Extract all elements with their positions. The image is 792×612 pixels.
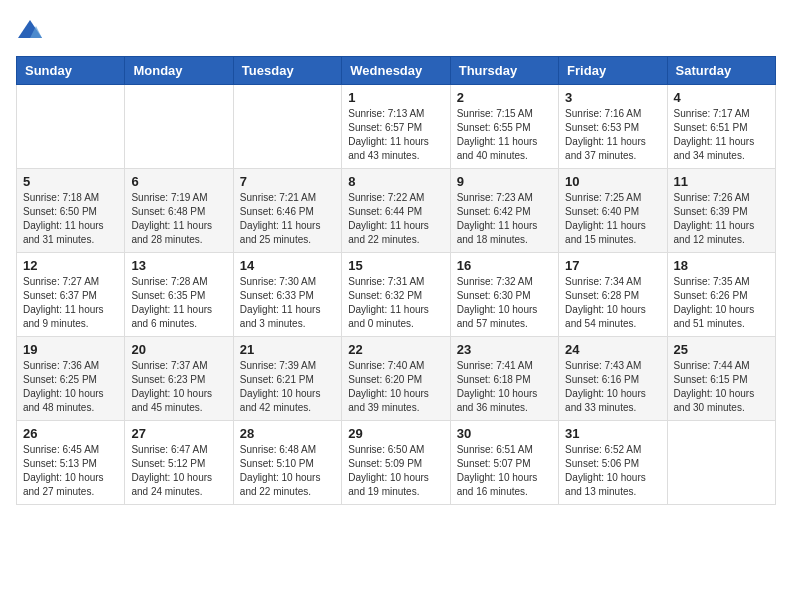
- day-number: 16: [457, 258, 552, 273]
- calendar-cell: 15Sunrise: 7:31 AM Sunset: 6:32 PM Dayli…: [342, 253, 450, 337]
- day-number: 21: [240, 342, 335, 357]
- calendar-cell: 17Sunrise: 7:34 AM Sunset: 6:28 PM Dayli…: [559, 253, 667, 337]
- day-info: Sunrise: 7:27 AM Sunset: 6:37 PM Dayligh…: [23, 275, 118, 331]
- day-info: Sunrise: 7:18 AM Sunset: 6:50 PM Dayligh…: [23, 191, 118, 247]
- day-info: Sunrise: 7:23 AM Sunset: 6:42 PM Dayligh…: [457, 191, 552, 247]
- calendar-table: SundayMondayTuesdayWednesdayThursdayFrid…: [16, 56, 776, 505]
- day-number: 29: [348, 426, 443, 441]
- calendar-cell: [125, 85, 233, 169]
- day-number: 25: [674, 342, 769, 357]
- calendar-cell: 29Sunrise: 6:50 AM Sunset: 5:09 PM Dayli…: [342, 421, 450, 505]
- calendar-header-row: SundayMondayTuesdayWednesdayThursdayFrid…: [17, 57, 776, 85]
- calendar-cell: [17, 85, 125, 169]
- day-info: Sunrise: 7:13 AM Sunset: 6:57 PM Dayligh…: [348, 107, 443, 163]
- logo-icon: [16, 16, 44, 44]
- day-number: 7: [240, 174, 335, 189]
- calendar-week-row: 12Sunrise: 7:27 AM Sunset: 6:37 PM Dayli…: [17, 253, 776, 337]
- day-number: 14: [240, 258, 335, 273]
- day-info: Sunrise: 7:19 AM Sunset: 6:48 PM Dayligh…: [131, 191, 226, 247]
- day-of-week-header: Saturday: [667, 57, 775, 85]
- calendar-week-row: 1Sunrise: 7:13 AM Sunset: 6:57 PM Daylig…: [17, 85, 776, 169]
- day-info: Sunrise: 7:40 AM Sunset: 6:20 PM Dayligh…: [348, 359, 443, 415]
- day-of-week-header: Wednesday: [342, 57, 450, 85]
- day-number: 9: [457, 174, 552, 189]
- day-of-week-header: Friday: [559, 57, 667, 85]
- page-header: [16, 16, 776, 44]
- calendar-cell: 7Sunrise: 7:21 AM Sunset: 6:46 PM Daylig…: [233, 169, 341, 253]
- calendar-cell: 14Sunrise: 7:30 AM Sunset: 6:33 PM Dayli…: [233, 253, 341, 337]
- day-info: Sunrise: 7:28 AM Sunset: 6:35 PM Dayligh…: [131, 275, 226, 331]
- calendar-cell: 20Sunrise: 7:37 AM Sunset: 6:23 PM Dayli…: [125, 337, 233, 421]
- calendar-cell: 4Sunrise: 7:17 AM Sunset: 6:51 PM Daylig…: [667, 85, 775, 169]
- calendar-cell: 24Sunrise: 7:43 AM Sunset: 6:16 PM Dayli…: [559, 337, 667, 421]
- calendar-cell: 19Sunrise: 7:36 AM Sunset: 6:25 PM Dayli…: [17, 337, 125, 421]
- calendar-cell: 6Sunrise: 7:19 AM Sunset: 6:48 PM Daylig…: [125, 169, 233, 253]
- calendar-cell: 31Sunrise: 6:52 AM Sunset: 5:06 PM Dayli…: [559, 421, 667, 505]
- day-info: Sunrise: 7:36 AM Sunset: 6:25 PM Dayligh…: [23, 359, 118, 415]
- calendar-cell: 11Sunrise: 7:26 AM Sunset: 6:39 PM Dayli…: [667, 169, 775, 253]
- day-of-week-header: Thursday: [450, 57, 558, 85]
- calendar-week-row: 26Sunrise: 6:45 AM Sunset: 5:13 PM Dayli…: [17, 421, 776, 505]
- day-info: Sunrise: 7:34 AM Sunset: 6:28 PM Dayligh…: [565, 275, 660, 331]
- day-number: 28: [240, 426, 335, 441]
- day-info: Sunrise: 6:45 AM Sunset: 5:13 PM Dayligh…: [23, 443, 118, 499]
- logo: [16, 16, 48, 44]
- day-number: 27: [131, 426, 226, 441]
- day-number: 4: [674, 90, 769, 105]
- day-number: 19: [23, 342, 118, 357]
- day-info: Sunrise: 7:37 AM Sunset: 6:23 PM Dayligh…: [131, 359, 226, 415]
- calendar-cell: 16Sunrise: 7:32 AM Sunset: 6:30 PM Dayli…: [450, 253, 558, 337]
- day-of-week-header: Monday: [125, 57, 233, 85]
- calendar-cell: 10Sunrise: 7:25 AM Sunset: 6:40 PM Dayli…: [559, 169, 667, 253]
- day-info: Sunrise: 7:30 AM Sunset: 6:33 PM Dayligh…: [240, 275, 335, 331]
- day-info: Sunrise: 7:22 AM Sunset: 6:44 PM Dayligh…: [348, 191, 443, 247]
- day-number: 17: [565, 258, 660, 273]
- day-number: 3: [565, 90, 660, 105]
- day-number: 18: [674, 258, 769, 273]
- day-info: Sunrise: 6:52 AM Sunset: 5:06 PM Dayligh…: [565, 443, 660, 499]
- calendar-cell: 8Sunrise: 7:22 AM Sunset: 6:44 PM Daylig…: [342, 169, 450, 253]
- calendar-week-row: 19Sunrise: 7:36 AM Sunset: 6:25 PM Dayli…: [17, 337, 776, 421]
- day-number: 8: [348, 174, 443, 189]
- calendar-cell: 21Sunrise: 7:39 AM Sunset: 6:21 PM Dayli…: [233, 337, 341, 421]
- day-number: 5: [23, 174, 118, 189]
- calendar-cell: 26Sunrise: 6:45 AM Sunset: 5:13 PM Dayli…: [17, 421, 125, 505]
- calendar-cell: 30Sunrise: 6:51 AM Sunset: 5:07 PM Dayli…: [450, 421, 558, 505]
- day-info: Sunrise: 7:39 AM Sunset: 6:21 PM Dayligh…: [240, 359, 335, 415]
- calendar-cell: 18Sunrise: 7:35 AM Sunset: 6:26 PM Dayli…: [667, 253, 775, 337]
- day-number: 15: [348, 258, 443, 273]
- day-info: Sunrise: 7:31 AM Sunset: 6:32 PM Dayligh…: [348, 275, 443, 331]
- day-info: Sunrise: 7:43 AM Sunset: 6:16 PM Dayligh…: [565, 359, 660, 415]
- day-number: 6: [131, 174, 226, 189]
- calendar-cell: 9Sunrise: 7:23 AM Sunset: 6:42 PM Daylig…: [450, 169, 558, 253]
- day-number: 31: [565, 426, 660, 441]
- calendar-cell: 25Sunrise: 7:44 AM Sunset: 6:15 PM Dayli…: [667, 337, 775, 421]
- day-info: Sunrise: 7:21 AM Sunset: 6:46 PM Dayligh…: [240, 191, 335, 247]
- day-info: Sunrise: 7:44 AM Sunset: 6:15 PM Dayligh…: [674, 359, 769, 415]
- day-number: 26: [23, 426, 118, 441]
- calendar-cell: 28Sunrise: 6:48 AM Sunset: 5:10 PM Dayli…: [233, 421, 341, 505]
- day-info: Sunrise: 7:41 AM Sunset: 6:18 PM Dayligh…: [457, 359, 552, 415]
- calendar-cell: 22Sunrise: 7:40 AM Sunset: 6:20 PM Dayli…: [342, 337, 450, 421]
- calendar-cell: 2Sunrise: 7:15 AM Sunset: 6:55 PM Daylig…: [450, 85, 558, 169]
- calendar-cell: 27Sunrise: 6:47 AM Sunset: 5:12 PM Dayli…: [125, 421, 233, 505]
- day-number: 22: [348, 342, 443, 357]
- day-info: Sunrise: 6:48 AM Sunset: 5:10 PM Dayligh…: [240, 443, 335, 499]
- day-of-week-header: Sunday: [17, 57, 125, 85]
- day-number: 23: [457, 342, 552, 357]
- day-info: Sunrise: 7:25 AM Sunset: 6:40 PM Dayligh…: [565, 191, 660, 247]
- day-number: 30: [457, 426, 552, 441]
- calendar-cell: 23Sunrise: 7:41 AM Sunset: 6:18 PM Dayli…: [450, 337, 558, 421]
- calendar-cell: 3Sunrise: 7:16 AM Sunset: 6:53 PM Daylig…: [559, 85, 667, 169]
- calendar-week-row: 5Sunrise: 7:18 AM Sunset: 6:50 PM Daylig…: [17, 169, 776, 253]
- day-number: 10: [565, 174, 660, 189]
- calendar-cell: 12Sunrise: 7:27 AM Sunset: 6:37 PM Dayli…: [17, 253, 125, 337]
- day-info: Sunrise: 7:15 AM Sunset: 6:55 PM Dayligh…: [457, 107, 552, 163]
- day-number: 20: [131, 342, 226, 357]
- day-number: 11: [674, 174, 769, 189]
- day-number: 13: [131, 258, 226, 273]
- day-info: Sunrise: 6:47 AM Sunset: 5:12 PM Dayligh…: [131, 443, 226, 499]
- day-info: Sunrise: 7:35 AM Sunset: 6:26 PM Dayligh…: [674, 275, 769, 331]
- day-info: Sunrise: 6:50 AM Sunset: 5:09 PM Dayligh…: [348, 443, 443, 499]
- calendar-cell: [667, 421, 775, 505]
